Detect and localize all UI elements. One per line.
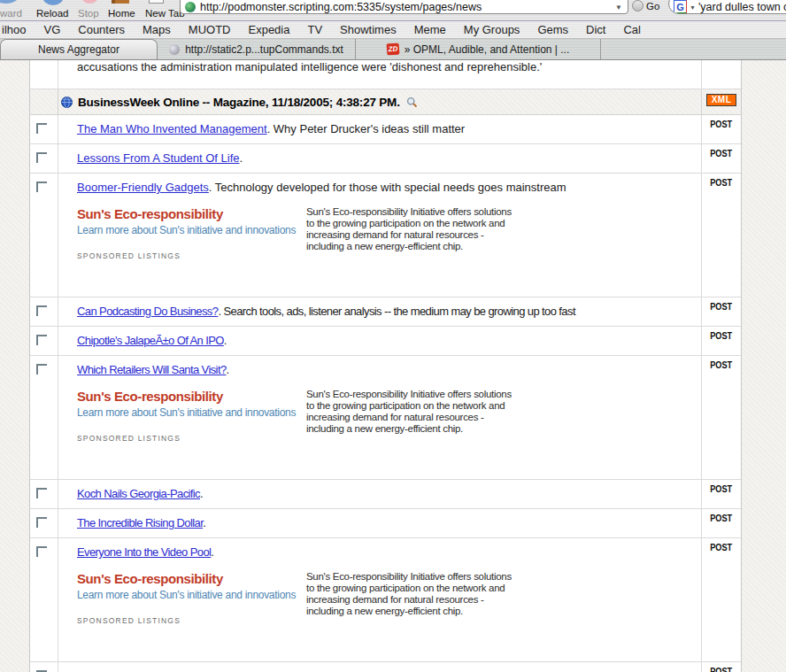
item-checkbox[interactable] xyxy=(36,182,47,192)
post-button[interactable]: POST xyxy=(710,359,732,370)
bookmark-item[interactable]: Meme xyxy=(414,23,446,36)
item-checkbox[interactable] xyxy=(36,123,47,134)
feed-item-row: Boomer-Friendly Gadgets. Technology deve… xyxy=(30,174,741,297)
tab-static-txt[interactable]: http://static2.p...tupCommands.txt xyxy=(158,39,356,59)
item-text: Which Retailers Will Santa Visit?. xyxy=(77,363,689,377)
item-link[interactable]: The Incredible Rising Dollar xyxy=(77,516,203,529)
post-button[interactable]: POST xyxy=(710,330,732,341)
ad-subtitle-link[interactable]: Learn more about Sun's initiative and in… xyxy=(77,406,306,419)
item-cell: The Man Who Invented Management. Why Pet… xyxy=(58,115,701,143)
xml-feed-badge[interactable]: XML xyxy=(706,94,737,106)
bookmark-item[interactable]: Maps xyxy=(143,23,171,36)
item-text: Koch Nails Georgia-Pacific. xyxy=(77,487,689,501)
globe-icon xyxy=(61,97,73,108)
google-search-field[interactable]: G ▼ 'yard dulles town c xyxy=(668,0,786,14)
item-cell: The Incredible Rising Dollar. xyxy=(58,509,701,537)
reload-button[interactable]: Reload xyxy=(36,8,68,19)
bookmark-item[interactable]: VG xyxy=(43,23,60,36)
bookmark-item[interactable]: Counters xyxy=(78,23,125,36)
item-link[interactable]: The Man Who Invented Management xyxy=(77,122,267,135)
post-button[interactable]: POST xyxy=(710,666,732,672)
new-tab-button[interactable]: New Tab xyxy=(145,8,185,19)
checkbox-cell xyxy=(30,89,58,114)
bookmark-item[interactable]: MUOTD xyxy=(189,23,231,36)
post-button[interactable]: POST xyxy=(710,542,732,552)
item-checkbox[interactable] xyxy=(36,152,47,163)
clipped-item-row: accusations the administration manipulat… xyxy=(30,60,741,89)
feed-header: BusinessWeek Online -- Magazine, 11/18/2… xyxy=(58,89,701,114)
ad-subtitle-link[interactable]: Learn more about Sun's initiative and in… xyxy=(77,224,306,236)
search-text[interactable]: 'yard dulles town c xyxy=(698,1,786,13)
stop-button: Stop xyxy=(78,8,99,19)
forward-button-label[interactable]: ward xyxy=(0,8,22,19)
item-cell: Chipotle's JalapeÃ±o Of An IPO. xyxy=(58,327,701,355)
tab-news-aggregator[interactable]: News Aggregator xyxy=(0,39,158,59)
ad-title-link[interactable]: Sun's Eco-responsibility xyxy=(77,571,306,586)
bookmark-item[interactable]: TV xyxy=(307,23,322,36)
item-description: . xyxy=(211,545,213,559)
stop-icon xyxy=(81,0,98,4)
item-link[interactable]: Everyone Into the Video Pool xyxy=(77,545,211,559)
post-button[interactable]: POST xyxy=(710,148,732,158)
post-button[interactable]: POST xyxy=(710,177,732,188)
magnifier-icon[interactable] xyxy=(406,97,418,108)
ad-title-link[interactable]: Sun's Eco-responsibility xyxy=(77,206,306,221)
sponsored-listing: Sun's Eco-responsibility Learn more abou… xyxy=(77,571,689,625)
url-field[interactable]: http://podmonster.scripting.com:5335/sys… xyxy=(180,0,628,14)
post-cell: POST xyxy=(701,174,741,297)
item-checkbox[interactable] xyxy=(36,364,47,375)
home-button[interactable]: Home xyxy=(108,8,135,19)
feed-item-row: Everyone Into the Video Pool. Sun's Eco-… xyxy=(30,538,741,662)
url-text[interactable]: http://podmonster.scripting.com:5335/sys… xyxy=(200,1,611,13)
post-button[interactable]: POST xyxy=(710,119,732,129)
ad-subtitle-link[interactable]: Learn more about Sun's initiative and in… xyxy=(77,589,306,601)
home-icon[interactable] xyxy=(112,0,129,4)
bookmark-item[interactable]: My Groups xyxy=(464,23,520,36)
item-description: . Search tools, ads, listener analysis -… xyxy=(218,305,574,318)
post-button[interactable]: POST xyxy=(710,513,732,523)
post-cell: POST xyxy=(701,509,741,537)
bookmark-item[interactable]: Dict xyxy=(586,23,605,36)
bookmark-item[interactable]: Gems xyxy=(537,23,568,36)
new-tab-icon[interactable] xyxy=(149,0,164,4)
item-cell: Lessons From A Student Of Life. xyxy=(58,144,701,173)
post-button[interactable]: POST xyxy=(710,301,732,312)
zd-favicon-icon: ZD xyxy=(386,43,399,56)
ad-title-link[interactable]: Sun's Eco-responsibility xyxy=(77,389,306,404)
google-icon[interactable]: G xyxy=(674,0,687,13)
checkbox-cell xyxy=(30,115,58,143)
tab-label: http://static2.p...tupCommands.txt xyxy=(185,43,343,56)
go-icon[interactable] xyxy=(632,0,643,12)
item-checkbox[interactable] xyxy=(36,488,47,498)
feed-item-row: The Incredible Rising Dollar. POST xyxy=(30,509,741,538)
item-checkbox[interactable] xyxy=(36,335,47,345)
checkbox-cell xyxy=(30,356,58,479)
post-button[interactable]: POST xyxy=(710,483,732,494)
item-checkbox[interactable] xyxy=(36,305,47,316)
item-checkbox[interactable] xyxy=(36,517,47,528)
post-cell xyxy=(701,60,741,89)
forward-icon[interactable] xyxy=(0,0,19,4)
item-description: . xyxy=(240,151,243,165)
item-link[interactable]: Lessons From A Student Of Life xyxy=(77,151,240,165)
checkbox-cell xyxy=(30,480,58,508)
checkbox-cell xyxy=(30,297,58,326)
item-link[interactable]: Boomer-Friendly Gadgets xyxy=(77,181,209,194)
bookmark-item[interactable]: ilhoo xyxy=(2,23,26,36)
reload-icon[interactable] xyxy=(42,0,64,5)
bookmark-item[interactable]: Expedia xyxy=(248,23,289,36)
item-link[interactable]: Can Podcasting Do Business? xyxy=(77,305,218,318)
bookmark-item[interactable]: Showtimes xyxy=(340,23,397,36)
search-dropdown-arrow[interactable]: ▼ xyxy=(690,4,696,11)
item-description: . xyxy=(200,487,203,500)
url-dropdown-arrow[interactable]: ▼ xyxy=(615,4,622,12)
item-text: Lessons From A Student Of Life. xyxy=(77,151,689,166)
go-button[interactable]: Go xyxy=(646,1,659,12)
item-checkbox[interactable] xyxy=(36,546,47,557)
bookmark-item[interactable]: Cal xyxy=(623,23,641,36)
item-link[interactable]: Which Retailers Will Santa Visit? xyxy=(77,363,227,376)
item-link[interactable]: Chipotle's JalapeÃ±o Of An IPO xyxy=(77,334,224,347)
item-link[interactable]: Koch Nails Georgia-Pacific xyxy=(77,487,200,500)
tab-opml-audible[interactable]: ZD » OPML, Audible, and Attention | ... xyxy=(356,39,601,59)
ad-body-text: Sun's Eco-responsibility Initiative offe… xyxy=(306,206,512,260)
